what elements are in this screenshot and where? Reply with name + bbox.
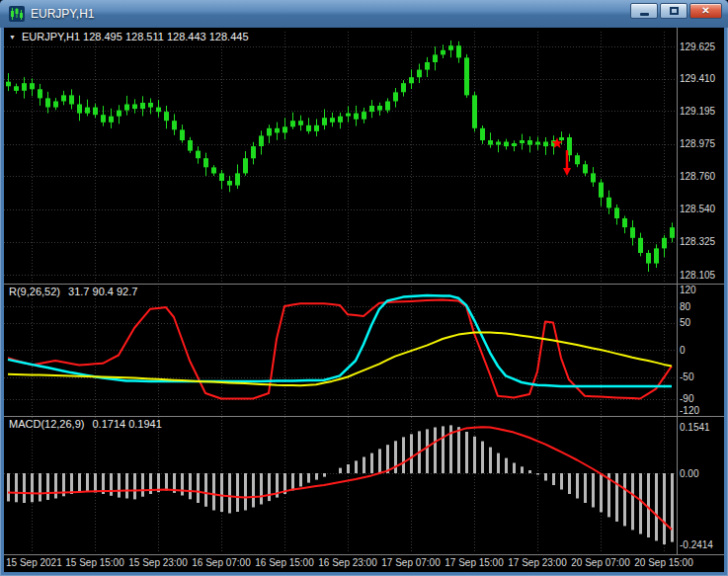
price-tick: 128.975 [680, 138, 716, 149]
macd-tick: 0.00 [680, 468, 699, 479]
indicator-tick: -120 [680, 405, 699, 416]
macd-tick: -0.2414 [680, 539, 713, 550]
indicator-tick: 120 [680, 285, 696, 295]
time-tick: 16 Sep 15:00 [255, 557, 314, 568]
price-tick: 129.410 [680, 73, 716, 84]
time-tick: 17 Sep 07:00 [381, 557, 441, 568]
time-tick: 15 Sep 15:00 [65, 557, 124, 568]
price-tick: 128.540 [680, 204, 716, 214]
indicator-tick: 50 [680, 317, 691, 328]
macd-values: 0.1714 0.1941 [92, 418, 161, 430]
indicator-label: R(9,26,52) 31.7 90.4 92.7 [9, 286, 142, 297]
price-tick: 129.625 [680, 41, 716, 52]
minimize-button[interactable] [630, 3, 658, 19]
time-tick: 17 Sep 23:00 [508, 557, 567, 568]
close-button[interactable]: ✕ [689, 3, 722, 19]
window-controls: ✕ [630, 3, 722, 19]
indicator-values: 31.7 90.4 92.7 [68, 286, 137, 297]
titlebar[interactable]: EURJPY,H1 ✕ [0, 0, 728, 28]
chart-client-area: 129.625129.410129.195128.975128.760128.5… [4, 28, 724, 572]
price-tick: 128.325 [680, 236, 716, 247]
ohlc-info-line: ▼ EURJPY,H1 128.495 128.511 128.443 128.… [9, 31, 249, 42]
time-tick: 15 Sep 23:00 [128, 557, 188, 568]
price-tick: 128.105 [680, 270, 716, 281]
time-tick: 20 Sep 07:00 [571, 557, 630, 568]
mt4-chart-window: EURJPY,H1 ✕ 129.625129.410129.195128.975… [0, 0, 728, 576]
minimize-icon [640, 13, 649, 16]
time-tick: 17 Sep 15:00 [445, 557, 504, 568]
window-title: EURJPY,H1 [31, 7, 722, 21]
indicator-tick: -50 [680, 371, 694, 382]
time-tick: 15 Sep 2021 [6, 557, 62, 568]
close-icon: ✕ [701, 6, 709, 16]
chart-canvas[interactable]: 129.625129.410129.195128.975128.760128.5… [4, 28, 724, 572]
ohlc-text: EURJPY,H1 128.495 128.511 128.443 128.44… [22, 31, 249, 42]
macd-name: MACD(12,26,9) [9, 418, 84, 430]
price-tick: 129.195 [680, 106, 716, 117]
time-tick: 20 Sep 15:00 [634, 557, 693, 568]
time-tick: 16 Sep 07:00 [192, 557, 251, 568]
one-click-trading-arrow[interactable]: ▼ [9, 34, 16, 41]
indicator-tick: 80 [680, 301, 691, 312]
maximize-icon [670, 7, 679, 15]
price-tick: 128.760 [680, 171, 716, 182]
time-tick: 16 Sep 23:00 [318, 557, 377, 568]
maximize-button[interactable] [660, 3, 688, 19]
indicator-name: R(9,26,52) [9, 286, 60, 297]
chart-icon[interactable] [9, 6, 25, 22]
macd-label: MACD(12,26,9) 0.1714 0.1941 [9, 418, 167, 430]
indicator-tick: 0 [680, 345, 686, 356]
macd-tick: 0.1541 [680, 422, 710, 433]
indicator-tick: -90 [680, 393, 694, 404]
